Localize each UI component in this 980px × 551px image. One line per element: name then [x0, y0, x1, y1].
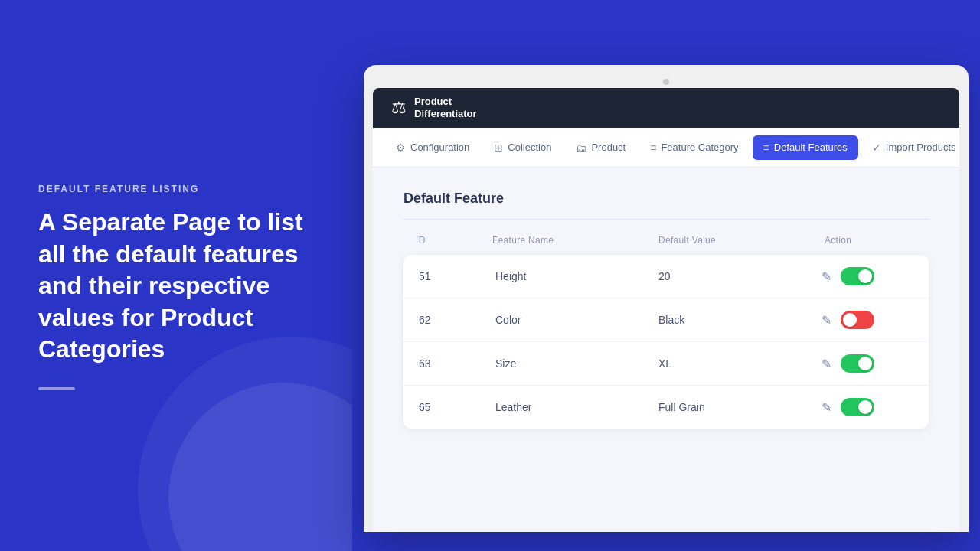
cell-value-1: 20: [658, 270, 822, 282]
cell-action-3: ✎: [822, 354, 913, 373]
tab-import-products[interactable]: ✓ Import Products: [861, 135, 959, 160]
table-row: 51 Height 20 ✎: [403, 255, 929, 298]
col-header-default-value: Default Value: [658, 235, 825, 246]
edit-icon-1[interactable]: ✎: [822, 269, 831, 284]
default-features-icon: ≡: [763, 142, 769, 154]
edit-icon-4[interactable]: ✎: [822, 400, 831, 415]
cell-action-4: ✎: [822, 398, 913, 416]
laptop-frame: ⚖ Product Differentiator ⚙ Configuration: [364, 65, 969, 532]
cell-name-4: Leather: [495, 401, 658, 413]
right-panel: ⚖ Product Differentiator ⚙ Configuration: [352, 0, 980, 551]
col-header-feature-name: Feature Name: [492, 235, 658, 246]
tabs-bar: ⚙ Configuration ⊞ Collection 🗂 Product ≡…: [373, 128, 959, 168]
col-header-id: ID: [416, 235, 492, 246]
brand-text: Product Differentiator: [414, 96, 477, 119]
configuration-icon: ⚙: [396, 142, 406, 154]
tab-configuration[interactable]: ⚙ Configuration: [385, 135, 480, 160]
cell-action-2: ✎: [822, 311, 913, 329]
table-body: 51 Height 20 ✎ 62: [403, 255, 929, 429]
tab-default-features-label: Default Features: [774, 142, 848, 153]
main-content: Default Feature ID Feature Name Default …: [373, 168, 959, 452]
toggle-thumb-2: [843, 313, 857, 327]
label-tag: DEFAULT FEATURE LISTING: [38, 184, 314, 194]
col-header-action: Action: [825, 235, 916, 246]
brand-icon: ⚖: [391, 98, 407, 118]
tab-import-products-label: Import Products: [886, 142, 956, 153]
brand-line2: Differentiator: [414, 108, 477, 120]
cell-value-3: XL: [658, 357, 822, 370]
table-header: ID Feature Name Default Value Action: [403, 235, 929, 255]
table-row: 65 Leather Full Grain ✎: [403, 386, 929, 429]
tab-configuration-label: Configuration: [410, 142, 469, 153]
main-heading: A Separate Page to list all the default …: [38, 207, 314, 366]
tab-collection[interactable]: ⊞ Collection: [483, 135, 562, 160]
app-navbar: ⚖ Product Differentiator: [373, 88, 959, 128]
tab-default-features[interactable]: ≡ Default Features: [753, 135, 858, 160]
collection-icon: ⊞: [494, 142, 503, 154]
tab-feature-category[interactable]: ≡ Feature Category: [639, 135, 749, 160]
toggle-thumb-1: [858, 269, 872, 283]
toggle-3[interactable]: [841, 354, 874, 373]
tab-collection-label: Collection: [508, 142, 551, 153]
cell-name-3: Size: [495, 357, 658, 370]
toggle-4[interactable]: [841, 398, 874, 416]
tab-product-label: Product: [591, 142, 626, 153]
import-products-icon: ✓: [872, 142, 881, 154]
left-panel: DEFAULT FEATURE LISTING A Separate Page …: [0, 0, 352, 551]
section-divider: [403, 219, 929, 220]
section-title: Default Feature: [403, 191, 929, 207]
cell-action-1: ✎: [822, 267, 913, 285]
cell-id-4: 65: [419, 401, 495, 413]
cell-value-2: Black: [658, 314, 822, 326]
cell-name-1: Height: [495, 270, 658, 282]
edit-icon-3[interactable]: ✎: [822, 357, 831, 371]
divider-line: [38, 387, 75, 390]
app-container: ⚖ Product Differentiator ⚙ Configuration: [373, 88, 959, 532]
tab-product[interactable]: 🗂 Product: [565, 135, 636, 160]
tab-feature-category-label: Feature Category: [661, 142, 738, 153]
table-row: 63 Size XL ✎: [403, 342, 929, 386]
brand-line1: Product: [414, 96, 477, 108]
table-row: 62 Color Black ✎: [403, 298, 929, 342]
toggle-1[interactable]: [841, 267, 874, 285]
toggle-thumb-3: [858, 357, 872, 370]
toggle-2[interactable]: [841, 311, 874, 329]
toggle-thumb-4: [858, 400, 872, 414]
feature-category-icon: ≡: [650, 142, 656, 154]
laptop-notch: [373, 74, 959, 88]
cell-id-1: 51: [419, 270, 495, 282]
cell-name-2: Color: [495, 314, 658, 326]
laptop-camera: [663, 79, 669, 85]
cell-id-3: 63: [419, 357, 495, 370]
cell-id-2: 62: [419, 314, 495, 326]
product-icon: 🗂: [576, 142, 586, 154]
edit-icon-2[interactable]: ✎: [822, 313, 831, 328]
cell-value-4: Full Grain: [658, 401, 822, 413]
brand-logo: ⚖ Product Differentiator: [391, 96, 477, 119]
laptop-screen: ⚖ Product Differentiator ⚙ Configuration: [373, 88, 959, 532]
